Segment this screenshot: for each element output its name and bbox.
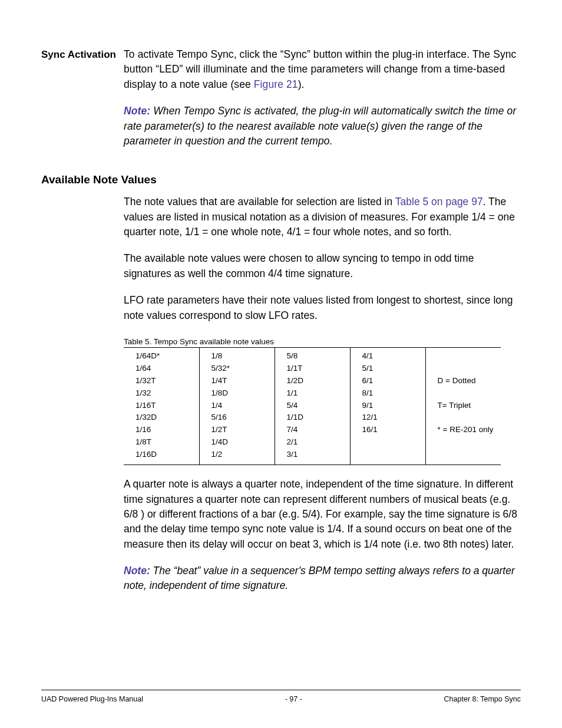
- table-value: 1/64D*: [135, 350, 193, 363]
- table-value: 4/1: [362, 350, 419, 363]
- table-value: 1/32T: [135, 375, 193, 387]
- available-note-values-body: The note values that are available for s…: [124, 195, 521, 323]
- table-value: 1/2T: [211, 424, 269, 436]
- footer-left: UAD Powered Plug-Ins Manual: [41, 695, 143, 703]
- side-heading-sync-activation: Sync Activation: [41, 47, 124, 62]
- table-value: 1/1D: [287, 411, 344, 424]
- table-value: 1/8T: [135, 436, 193, 449]
- text: The note values that are available for s…: [124, 196, 395, 207]
- note-label: Note:: [124, 565, 150, 577]
- after-table-body: A quarter note is always a quarter note,…: [124, 477, 521, 594]
- table-value: 12/1: [362, 411, 419, 424]
- table-value: 9/1: [362, 400, 419, 412]
- anv-p3: LFO rate parameters have their note valu…: [124, 293, 521, 323]
- table-cell: 5/81/1T1/2D1/15/41/1D7/42/13/1: [275, 347, 350, 465]
- anv-p1: The note values that are available for s…: [124, 195, 521, 239]
- table-value: 1/1: [287, 387, 344, 400]
- sync-activation-p1: To activate Tempo Sync, click the “Sync”…: [124, 47, 521, 92]
- table-value: 1/8: [211, 350, 269, 363]
- note-text: The “beat” value in a sequencer's BPM te…: [124, 565, 515, 591]
- table-value: 2/1: [287, 436, 344, 449]
- text: ).: [298, 78, 305, 90]
- table-value: [438, 411, 495, 424]
- table-value: 1/32: [135, 387, 193, 400]
- table-value: [438, 387, 495, 400]
- table-value: 8/1: [362, 387, 419, 400]
- footer-right: Chapter 8: Tempo Sync: [444, 695, 521, 703]
- table-value: 3/1: [287, 449, 344, 461]
- table-value: 7/4: [287, 424, 344, 436]
- table-value: [438, 363, 495, 375]
- table-value: 5/1: [362, 363, 419, 375]
- sync-activation-note: Note: When Tempo Sync is activated, the …: [124, 104, 521, 149]
- section-heading-available-note-values: Available Note Values: [41, 173, 521, 186]
- table-value: [438, 350, 495, 363]
- table-value: 5/8: [287, 350, 344, 363]
- table-value: 5/16: [211, 411, 269, 424]
- table-cell: 4/15/16/18/19/112/116/1: [350, 347, 425, 465]
- table-value: 1/64: [135, 363, 193, 375]
- table-value: 1/32D: [135, 411, 193, 424]
- table-value: 1/1T: [287, 363, 344, 375]
- table-cell: D = Dotted T= Triplet * = RE-201 only: [425, 347, 501, 465]
- note-label: Note:: [124, 105, 150, 117]
- body-sync-activation: To activate Tempo Sync, click the “Sync”…: [124, 47, 521, 160]
- note-text: When Tempo Sync is activated, the plug-i…: [124, 105, 516, 147]
- table-cell: 1/85/32*1/4T1/8D1/45/161/2T1/4D1/2: [199, 347, 275, 465]
- table-value: 1/16: [135, 424, 193, 436]
- table-value: 1/2: [211, 449, 269, 461]
- link-table-5[interactable]: Table 5 on page 97: [395, 196, 483, 207]
- anv-p2: The available note values were chosen to…: [124, 251, 521, 281]
- page-footer: UAD Powered Plug-Ins Manual - 97 - Chapt…: [41, 690, 521, 703]
- table-value: 1/4: [211, 400, 269, 412]
- text: To activate Tempo Sync, click the “Sync”…: [124, 48, 516, 90]
- table-value: T= Triplet: [438, 400, 495, 412]
- table-value: 1/16D: [135, 449, 193, 461]
- table-value: 6/1: [362, 375, 419, 387]
- link-figure-21[interactable]: Figure 21: [254, 78, 298, 90]
- table-value: 1/4D: [211, 436, 269, 449]
- page: Sync Activation To activate Tempo Sync, …: [0, 0, 562, 728]
- table-value: D = Dotted: [438, 375, 495, 387]
- after-table-note: Note: The “beat” value in a sequencer's …: [124, 564, 521, 594]
- table-value: 1/4T: [211, 375, 269, 387]
- table-value: 1/16T: [135, 400, 193, 412]
- table-value: 16/1: [362, 424, 419, 436]
- table-value: * = RE-201 only: [438, 424, 495, 436]
- table-value: 5/4: [287, 400, 344, 412]
- table-value: 5/32*: [211, 363, 269, 375]
- table-caption: Table 5. Tempo Sync available note value…: [124, 337, 521, 346]
- section-sync-activation: Sync Activation To activate Tempo Sync, …: [41, 47, 521, 160]
- table-cell: 1/64D*1/641/32T1/321/16T1/32D1/161/8T1/1…: [124, 347, 199, 465]
- table-value: 1/2D: [287, 375, 344, 387]
- after-table-p1: A quarter note is always a quarter note,…: [124, 477, 521, 552]
- footer-center: - 97 -: [285, 695, 302, 703]
- note-values-table: 1/64D*1/641/32T1/321/16T1/32D1/161/8T1/1…: [124, 347, 501, 465]
- table-value: 1/8D: [211, 387, 269, 400]
